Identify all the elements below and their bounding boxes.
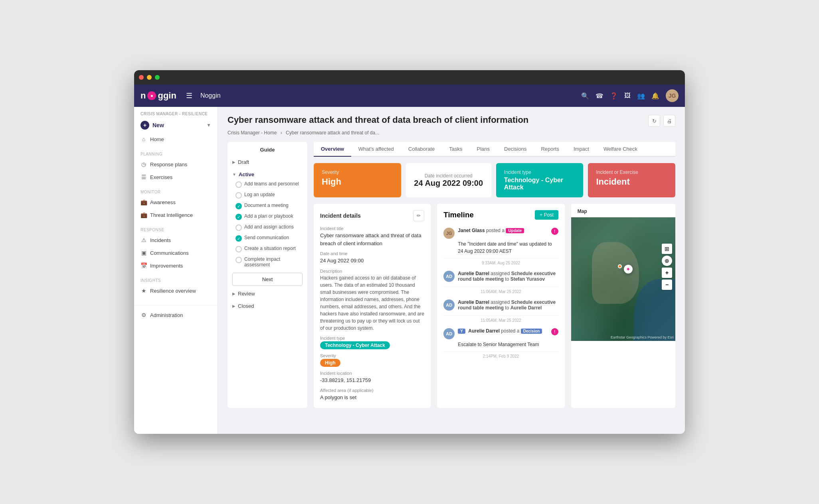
logo-text-ggin: ggin xyxy=(158,91,176,101)
breadcrumb-home[interactable]: Crisis Manager - Home xyxy=(228,130,277,136)
severity-badge: High xyxy=(320,359,340,367)
severity-card-value: High xyxy=(322,177,393,187)
tab-decisions[interactable]: Decisions xyxy=(497,142,534,157)
tab-impact[interactable]: Impact xyxy=(566,142,596,157)
map-zoom-out-button[interactable]: − xyxy=(662,280,672,290)
edit-details-button[interactable]: ✏ xyxy=(413,210,424,221)
search-icon[interactable]: 🔍 xyxy=(581,92,589,100)
map-attribution: Earthstar Geographics Powered by Esri xyxy=(611,335,674,339)
image-icon[interactable]: 🖼 xyxy=(624,92,631,99)
tab-overview[interactable]: Overview xyxy=(314,142,351,157)
page-title: Cyber ransomware attack and threat of da… xyxy=(228,115,648,125)
incident-type-card: Incident type Technology - Cyber Attack xyxy=(496,163,584,197)
nav-title: Noggin xyxy=(200,92,221,99)
timeline-panel: Timeline + Post JG xyxy=(437,204,564,408)
new-label: New xyxy=(152,122,164,128)
guide-review-toggle[interactable]: ▶ Review xyxy=(232,289,303,298)
incident-type-tag: Technology - Cyber Attack xyxy=(320,341,390,349)
location-label: Incident location xyxy=(320,371,424,376)
incident-details-panel: Incident details ✏ Incident title Cyber … xyxy=(314,204,431,408)
map-layers-button[interactable]: ⊞ xyxy=(662,244,672,254)
sidebar-item-incidents[interactable]: ⚠ Incidents xyxy=(134,234,218,246)
guide-next-button[interactable]: Next xyxy=(232,273,303,286)
tab-whats-affected[interactable]: What's affected xyxy=(351,142,401,157)
maximize-button[interactable] xyxy=(155,75,160,80)
incident-datetime-label: Date and time xyxy=(320,251,424,256)
tab-collaborate[interactable]: Collaborate xyxy=(401,142,442,157)
post-button-label: + Post xyxy=(540,212,553,218)
severity-field-label: Severity xyxy=(320,353,424,358)
satellite-map[interactable]: ✦ ⊞ ⊕ + xyxy=(571,217,675,341)
sidebar-item-threat-intelligence[interactable]: 💼 Threat Intelligence xyxy=(134,209,218,221)
tab-welfare-check[interactable]: Welfare Check xyxy=(596,142,645,157)
user-avatar[interactable]: JG xyxy=(666,89,679,102)
guide-draft-toggle[interactable]: ▶ Draft xyxy=(232,158,303,167)
incident-type-label: Incident type xyxy=(504,169,576,175)
guide-check-plan: ✓ xyxy=(235,214,242,220)
notification-icon[interactable]: 🔔 xyxy=(651,92,659,100)
print-button[interactable]: 🖨 xyxy=(663,115,675,127)
severity-card-label: Severity xyxy=(322,169,393,175)
draft-chevron-icon: ▶ xyxy=(232,160,235,164)
tab-reports[interactable]: Reports xyxy=(534,142,566,157)
map-zoom-in-button[interactable]: + xyxy=(662,268,672,278)
home-icon: ⌂ xyxy=(140,136,147,142)
new-chevron-icon: ▼ xyxy=(206,122,211,128)
sidebar-item-resilience-overview[interactable]: ★ Resilience overview xyxy=(134,284,218,297)
awareness-icon: 💼 xyxy=(140,199,147,205)
guide-active-items: Add teams and personnel Log an update ✓ … xyxy=(232,179,303,270)
sidebar-item-improvements[interactable]: 📅 Improvements xyxy=(134,259,218,272)
incident-or-exercise-label: Incident or Exercise xyxy=(596,169,667,175)
guide-item-actions: Add and assign actions xyxy=(235,222,303,233)
help-icon[interactable]: ❓ xyxy=(610,92,618,100)
three-col-layout: Incident details ✏ Incident title Cyber … xyxy=(314,204,675,408)
tab-plans[interactable]: Plans xyxy=(470,142,497,157)
plus-icon: + xyxy=(140,121,149,130)
sidebar-item-exercises[interactable]: ☰ Exercises xyxy=(134,171,218,183)
timeline-timestamp-3: 11:05AM, Mar 25 2022 xyxy=(443,316,558,325)
guide-closed-toggle[interactable]: ▶ Closed xyxy=(232,301,303,311)
date-card: Date incident occurred 24 Aug 2022 09:00 xyxy=(406,163,491,197)
timeline-badge-decision-4: Decision xyxy=(521,329,542,334)
timeline-user-name-4: Aurelie Darrel xyxy=(468,328,500,334)
timeline-timestamp-4: 2:14PM, Feb 9 2022 xyxy=(443,352,558,361)
tabs-bar: Overview What's affected Collaborate Tas… xyxy=(314,142,675,157)
timeline-avatar-2: AD xyxy=(443,271,455,282)
timeline-title: Timeline xyxy=(443,211,474,219)
incident-or-exercise-card: Incident or Exercise Incident xyxy=(588,163,675,197)
sidebar-item-awareness[interactable]: 💼 Awareness xyxy=(134,196,218,209)
users-icon[interactable]: 👥 xyxy=(637,92,645,100)
sidebar-item-home[interactable]: ⌂ Home xyxy=(134,133,218,146)
incident-details-title: Incident details xyxy=(320,213,361,219)
page-actions: ↻ 🖨 xyxy=(648,115,675,127)
timeline-timestamp-1: 9:33AM, Aug 25 2022 xyxy=(443,258,558,268)
timeline-user-row-1: JG Janet Glass posted a Update ! xyxy=(443,228,558,239)
timeline-user-info-3: Aurelie Darrel assigned Schedule executi… xyxy=(458,299,558,311)
app-window: n ● ggin ☰ Noggin 🔍 ☎ ❓ 🖼 👥 🔔 JG CRISIS … xyxy=(134,70,685,434)
top-navigation: n ● ggin ☰ Noggin 🔍 ☎ ❓ 🖼 👥 🔔 JG xyxy=(134,85,685,107)
main-content-area: Cyber ransomware attack and threat of da… xyxy=(218,107,685,434)
admin-icon: ⚙ xyxy=(140,312,147,318)
sidebar-resilience-label: Resilience overview xyxy=(150,288,196,294)
close-button[interactable] xyxy=(139,75,144,80)
tab-tasks[interactable]: Tasks xyxy=(442,142,469,157)
sidebar-item-response-plans[interactable]: ◷ Response plans xyxy=(134,158,218,171)
timeline-text-4: Escalate to Senior Management Team xyxy=(443,341,558,348)
guide-check-situation-report xyxy=(235,246,242,252)
guide-section-draft: ▶ Draft xyxy=(232,158,303,167)
sidebar-item-administration[interactable]: ⚙ Administration xyxy=(134,309,218,321)
guide-active-toggle[interactable]: ▼ Active xyxy=(232,170,303,179)
logo-text-n: n xyxy=(140,91,146,101)
refresh-button[interactable]: ↻ xyxy=(648,115,660,127)
new-button[interactable]: + New ▼ xyxy=(134,118,218,133)
map-panel: Map ✦ xyxy=(571,204,675,408)
guide-item-teams: Add teams and personnel xyxy=(235,179,303,190)
timeline-action-4: posted a xyxy=(501,328,520,334)
sidebar-item-communications[interactable]: ▣ Communications xyxy=(134,246,218,259)
phone-icon[interactable]: ☎ xyxy=(595,92,603,100)
timeline-user-info-4: Y Aurelie Darrel posted a Decision xyxy=(458,328,548,334)
post-button[interactable]: + Post xyxy=(535,210,558,220)
map-compass-button[interactable]: ⊕ xyxy=(662,256,672,266)
hamburger-menu[interactable]: ☰ xyxy=(186,91,192,100)
minimize-button[interactable] xyxy=(147,75,152,80)
